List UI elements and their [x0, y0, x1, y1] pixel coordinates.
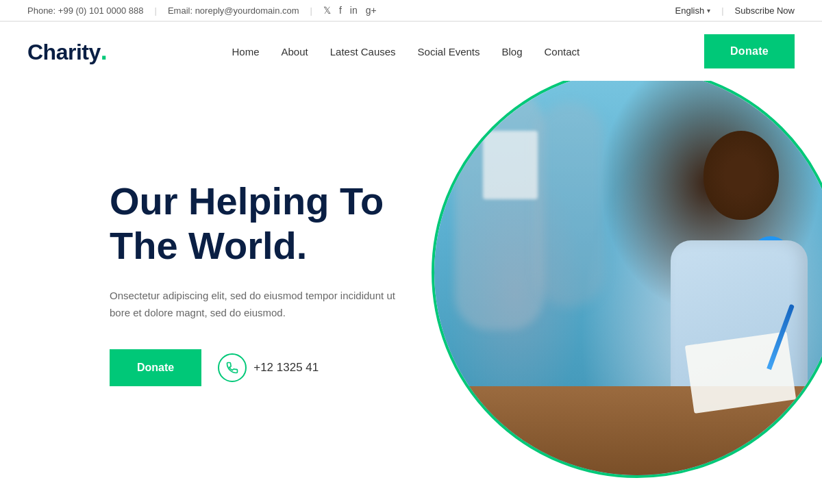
- twitter-icon[interactable]: 𝕏: [323, 5, 331, 16]
- hero-circle-image: [432, 81, 822, 478]
- subscribe-link[interactable]: Subscribe Now: [735, 5, 795, 16]
- header: Charity . Home About Latest Causes Socia…: [0, 22, 822, 81]
- hero-image-wrap: [418, 81, 822, 485]
- hero-actions: Donate +12 1325 41: [110, 349, 411, 386]
- whiteboard-prop: [483, 131, 538, 199]
- hero-photo: [434, 81, 822, 475]
- separator-2: |: [310, 5, 312, 16]
- child-face: [703, 131, 779, 220]
- nav-about[interactable]: About: [282, 46, 308, 58]
- phone-action[interactable]: +12 1325 41: [218, 353, 319, 382]
- separator-3: |: [721, 5, 723, 16]
- social-icons: 𝕏 f in g+: [323, 5, 377, 16]
- hero-phone-number: +12 1325 41: [253, 361, 319, 375]
- phone-info: Phone: +99 (0) 101 0000 888: [27, 5, 144, 16]
- nav-blog[interactable]: Blog: [502, 46, 523, 58]
- separator-1: |: [155, 5, 157, 16]
- background-figure-2: [536, 102, 604, 307]
- chevron-down-icon: ▾: [707, 7, 710, 14]
- top-bar: Phone: +99 (0) 101 0000 888 | Email: nor…: [0, 0, 822, 21]
- hero-donate-button[interactable]: Donate: [110, 349, 201, 386]
- hero-title: Our Helping To The World.: [110, 179, 411, 268]
- email-info: Email: noreply@yourdomain.com: [168, 5, 299, 16]
- facebook-icon[interactable]: f: [339, 5, 342, 16]
- hero-section: Our Helping To The World. Onsectetur adi…: [0, 81, 822, 485]
- language-label: English: [675, 5, 705, 16]
- nav-contact[interactable]: Contact: [545, 46, 580, 58]
- logo-dot: .: [101, 37, 108, 66]
- hero-title-line2: The World.: [110, 224, 307, 267]
- hero-title-line1: Our Helping To: [110, 179, 384, 223]
- googleplus-icon[interactable]: g+: [366, 5, 377, 16]
- logo-text: Charity: [27, 40, 101, 65]
- nav-events[interactable]: Social Events: [418, 46, 480, 58]
- hero-subtitle: Onsectetur adipiscing elit, sed do eiusm…: [110, 287, 411, 322]
- language-selector[interactable]: English ▾: [675, 5, 711, 16]
- top-bar-contact: Phone: +99 (0) 101 0000 888 | Email: nor…: [27, 5, 377, 16]
- nav-causes[interactable]: Latest Causes: [330, 46, 396, 58]
- nav-home[interactable]: Home: [232, 46, 260, 58]
- hero-content: Our Helping To The World. Onsectetur adi…: [0, 138, 438, 427]
- header-donate-button[interactable]: Donate: [704, 34, 795, 68]
- main-nav: Home About Latest Causes Social Events B…: [232, 46, 580, 58]
- top-bar-right: English ▾ | Subscribe Now: [675, 5, 795, 16]
- phone-icon: [218, 353, 247, 382]
- linkedin-icon[interactable]: in: [350, 5, 358, 16]
- logo[interactable]: Charity .: [27, 37, 108, 66]
- background-figure-1: [455, 90, 544, 330]
